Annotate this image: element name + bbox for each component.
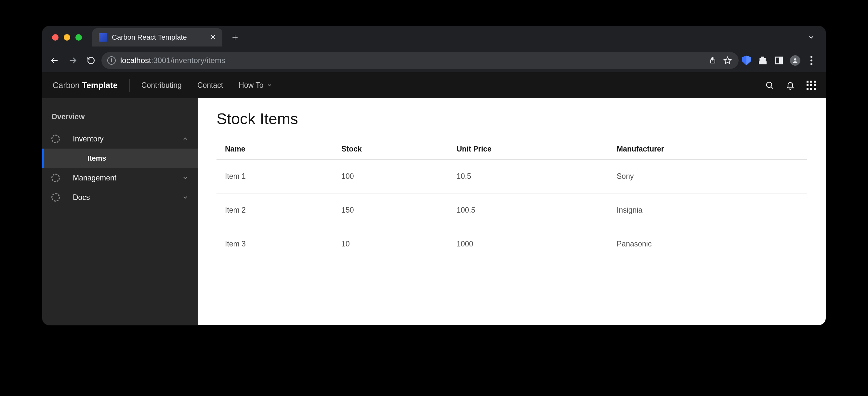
window-controls xyxy=(45,34,90,41)
header-nav: Contributing Contact How To xyxy=(135,81,273,90)
bookmark-icon[interactable] xyxy=(722,55,733,66)
svg-marker-4 xyxy=(724,57,731,64)
col-stock[interactable]: Stock xyxy=(333,139,448,160)
app-root: Carbon Template Contributing Contact How… xyxy=(42,72,826,325)
cell-stock: 100 xyxy=(333,160,448,193)
search-icon[interactable] xyxy=(765,80,774,90)
cell-unit-price: 10.5 xyxy=(448,160,609,193)
main-content: Stock Items Name Stock Unit Price Manufa… xyxy=(198,98,826,325)
loading-icon xyxy=(51,193,60,202)
tab-strip: Carbon React Template ✕ ＋ xyxy=(42,26,826,49)
app-switcher-icon[interactable] xyxy=(806,80,816,90)
app-body: Overview Inventory Items Management xyxy=(42,98,826,325)
col-unit-price[interactable]: Unit Price xyxy=(448,139,609,160)
stock-table: Name Stock Unit Price Manufacturer Item … xyxy=(217,139,807,261)
nav-howto-label: How To xyxy=(239,81,263,90)
cell-name: Item 1 xyxy=(217,160,333,193)
cell-manufacturer: Panasonic xyxy=(608,227,807,261)
sidebar-item-docs[interactable]: Docs xyxy=(42,188,198,207)
forward-button[interactable] xyxy=(65,53,81,68)
address-bar[interactable]: localhost:3001/inventory/items xyxy=(101,52,739,69)
chevron-down-icon xyxy=(182,194,189,201)
cell-unit-price: 1000 xyxy=(448,227,609,261)
nav-howto[interactable]: How To xyxy=(239,81,272,90)
favicon-icon xyxy=(99,33,107,41)
cell-name: Item 2 xyxy=(217,193,333,227)
cell-manufacturer: Insignia xyxy=(608,193,807,227)
tab-list-button[interactable] xyxy=(808,34,815,41)
url-path: :3001/inventory/items xyxy=(151,56,225,65)
brand-name: Template xyxy=(82,81,118,90)
nav-contributing[interactable]: Contributing xyxy=(142,81,182,90)
browser-tab[interactable]: Carbon React Template ✕ xyxy=(92,28,222,47)
svg-point-6 xyxy=(767,82,772,88)
reload-button[interactable] xyxy=(83,53,99,68)
sidebar-subitem-items[interactable]: Items xyxy=(42,149,198,168)
sidebar-item-label: Docs xyxy=(67,193,175,202)
col-name[interactable]: Name xyxy=(217,139,333,160)
header-actions xyxy=(765,80,826,90)
svg-line-7 xyxy=(771,87,773,88)
loading-icon xyxy=(51,134,60,143)
table-header-row: Name Stock Unit Price Manufacturer xyxy=(217,139,807,160)
sidebar-item-label: Inventory xyxy=(67,134,175,143)
cell-unit-price: 100.5 xyxy=(448,193,609,227)
close-window-button[interactable] xyxy=(52,34,59,41)
brand-prefix: Carbon xyxy=(53,81,82,90)
close-tab-button[interactable]: ✕ xyxy=(210,33,216,41)
brand[interactable]: Carbon Template xyxy=(42,81,128,90)
cell-stock: 10 xyxy=(333,227,448,261)
url-host: localhost xyxy=(120,56,151,65)
cell-manufacturer: Sony xyxy=(608,160,807,193)
cell-stock: 150 xyxy=(333,193,448,227)
chevron-up-icon xyxy=(182,135,189,142)
loading-icon xyxy=(51,174,60,182)
url-text: localhost:3001/inventory/items xyxy=(120,56,225,65)
table-row[interactable]: Item 2 150 100.5 Insignia xyxy=(217,193,807,227)
sidebar-overview[interactable]: Overview xyxy=(42,106,198,129)
browser-toolbar: localhost:3001/inventory/items xyxy=(42,49,826,72)
nav-contact[interactable]: Contact xyxy=(197,81,223,90)
notifications-icon[interactable] xyxy=(785,80,795,90)
share-icon[interactable] xyxy=(707,55,718,66)
page-title: Stock Items xyxy=(217,110,807,128)
sidebar: Overview Inventory Items Management xyxy=(42,98,198,325)
chevron-down-icon xyxy=(267,82,272,88)
svg-point-5 xyxy=(794,58,797,60)
minimize-window-button[interactable] xyxy=(64,34,70,41)
browser-chrome: Carbon React Template ✕ ＋ localhost xyxy=(42,26,826,72)
sidebar-item-management[interactable]: Management xyxy=(42,168,198,188)
back-button[interactable] xyxy=(47,53,62,68)
new-tab-button[interactable]: ＋ xyxy=(230,31,240,44)
side-panel-icon[interactable] xyxy=(774,55,784,66)
password-manager-icon[interactable] xyxy=(741,55,752,66)
app-header: Carbon Template Contributing Contact How… xyxy=(42,72,826,98)
table-row[interactable]: Item 3 10 1000 Panasonic xyxy=(217,227,807,261)
cell-name: Item 3 xyxy=(217,227,333,261)
extensions-icon[interactable] xyxy=(757,55,768,66)
sidebar-item-label: Management xyxy=(67,174,175,182)
divider xyxy=(129,79,130,92)
col-manufacturer[interactable]: Manufacturer xyxy=(608,139,807,160)
browser-menu-button[interactable] xyxy=(806,55,817,66)
browser-window: Carbon React Template ✕ ＋ localhost xyxy=(42,26,826,325)
maximize-window-button[interactable] xyxy=(75,34,82,41)
profile-avatar[interactable] xyxy=(790,55,800,66)
site-info-icon[interactable] xyxy=(107,56,116,65)
sidebar-item-inventory[interactable]: Inventory xyxy=(42,129,198,149)
tab-title: Carbon React Template xyxy=(112,33,206,41)
toolbar-icons xyxy=(741,55,821,66)
table-row[interactable]: Item 1 100 10.5 Sony xyxy=(217,160,807,193)
chevron-down-icon xyxy=(182,175,189,181)
